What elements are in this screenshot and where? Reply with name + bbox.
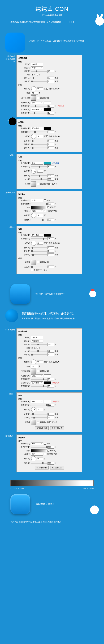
angle-input[interactable]: 90: [37, 87, 43, 90]
op-input[interactable]: 50: [48, 165, 54, 168]
angle-dial[interactable]: [31, 456, 36, 461]
method-select[interactable]: 平滑: [31, 66, 43, 69]
op-input[interactable]: 75: [48, 237, 54, 240]
angle-dial[interactable]: [31, 241, 36, 246]
color-swatch[interactable]: [44, 234, 51, 237]
angle-dial[interactable]: [31, 169, 36, 174]
choke-input[interactable]: 0: [48, 143, 54, 146]
depth-slider[interactable]: [31, 71, 47, 72]
sh-color-swatch[interactable]: [44, 108, 51, 111]
sh-op-input[interactable]: 75: [48, 385, 54, 388]
dist-slider[interactable]: [31, 248, 47, 248]
size-input[interactable]: 6: [48, 146, 54, 149]
angle-input[interactable]: 90: [37, 214, 43, 217]
mode-select[interactable]: 正片叠底: [31, 127, 43, 130]
hl-op-input[interactable]: 23: [48, 105, 54, 108]
size-slider[interactable]: [31, 417, 47, 418]
op-slider[interactable]: [31, 405, 47, 406]
sh-swatch[interactable]: [44, 382, 51, 384]
dist-input[interactable]: 114: [48, 174, 54, 177]
reverse-check[interactable]: [48, 206, 50, 208]
hl-mode-select[interactable]: 滤色: [31, 101, 43, 104]
dir-down-radio[interactable]: [36, 74, 38, 76]
hl-color-swatch[interactable]: [44, 101, 51, 104]
contour-picker[interactable]: [31, 260, 36, 265]
soft-input[interactable]: 0: [48, 80, 54, 83]
gloss-contour[interactable]: [31, 95, 36, 100]
antialiased-check[interactable]: [37, 97, 39, 99]
altitude-input[interactable]: 30: [31, 365, 38, 368]
angle-input[interactable]: 90: [37, 360, 43, 363]
dist-slider[interactable]: [31, 140, 47, 141]
gloss-contour[interactable]: [31, 368, 36, 374]
set-default-btn[interactable]: 设置为默认值: [35, 466, 49, 470]
mode-select[interactable]: 叠加: [31, 442, 43, 445]
reverse-check[interactable]: [48, 450, 50, 452]
angle-dial[interactable]: [31, 134, 36, 139]
dist-input[interactable]: 5: [48, 140, 54, 142]
dist-slider[interactable]: [31, 414, 47, 414]
angle-input[interactable]: 0: [37, 170, 43, 172]
mode-select[interactable]: 叠加: [31, 400, 43, 403]
dist-input[interactable]: 3: [48, 246, 54, 249]
hl-mode-select[interactable]: 滤色: [31, 374, 43, 377]
style-select[interactable]: 内斜面: [31, 63, 43, 66]
gradient-picker[interactable]: [31, 449, 47, 452]
gradient-picker[interactable]: [31, 206, 47, 209]
global-check[interactable]: [47, 242, 48, 244]
op-slider[interactable]: [31, 238, 47, 239]
depth-slider[interactable]: [31, 344, 47, 345]
angle-input[interactable]: 90: [37, 242, 43, 245]
anti-check[interactable]: [37, 261, 39, 263]
contour-picker[interactable]: [31, 420, 36, 425]
anti-check[interactable]: [37, 183, 39, 185]
scale-slider[interactable]: [31, 220, 47, 220]
op-slider[interactable]: [31, 447, 47, 448]
depth-input[interactable]: 60: [48, 70, 54, 73]
dither-check[interactable]: [44, 443, 46, 444]
dir-up-radio[interactable]: [31, 347, 33, 349]
scale-slider[interactable]: [31, 463, 47, 464]
op-input[interactable]: 100: [48, 404, 54, 406]
global-light-check[interactable]: [47, 88, 48, 90]
color-swatch[interactable]: [44, 162, 51, 164]
sh-mode-select[interactable]: 正片叠底: [31, 382, 43, 384]
op-input[interactable]: 20: [48, 130, 54, 133]
dist-slider[interactable]: [31, 176, 47, 176]
scale-input[interactable]: 100: [48, 462, 54, 464]
size-input[interactable]: 152: [48, 178, 54, 180]
sh-op-slider[interactable]: [31, 386, 47, 387]
choke-slider[interactable]: [31, 144, 47, 145]
size-input[interactable]: 7: [48, 253, 54, 256]
size-slider[interactable]: [31, 351, 47, 352]
angle-dial[interactable]: [31, 360, 36, 364]
sh-mode-select[interactable]: 正片叠底: [31, 108, 43, 111]
align-check[interactable]: [44, 210, 46, 212]
dist-input[interactable]: 8: [48, 413, 54, 416]
dir-up-radio[interactable]: [31, 74, 33, 76]
noise-input[interactable]: 0: [48, 266, 54, 268]
noise-slider[interactable]: [31, 266, 47, 267]
align-check[interactable]: [44, 453, 46, 455]
spread-input[interactable]: 0: [48, 250, 54, 253]
soft-input[interactable]: 0: [48, 353, 54, 356]
size-input[interactable]: 76: [48, 350, 54, 352]
style-select[interactable]: 线性: [31, 453, 43, 456]
style-select[interactable]: 线性: [31, 210, 43, 212]
color-swatch[interactable]: [44, 400, 51, 403]
contour-picker[interactable]: [31, 181, 36, 186]
invert-check[interactable]: [50, 183, 51, 185]
dither-check[interactable]: [44, 200, 46, 201]
anti-check[interactable]: [37, 421, 39, 423]
mode-select[interactable]: 正片叠底: [31, 234, 43, 237]
color-swatch[interactable]: [44, 127, 51, 130]
hl-op-input[interactable]: 75: [48, 378, 54, 381]
anti-check[interactable]: [37, 370, 39, 372]
style-select[interactable]: 内斜面: [31, 336, 43, 339]
angle-input[interactable]: 90: [37, 457, 43, 460]
depth-input[interactable]: 170: [48, 343, 54, 346]
size-input[interactable]: 14: [48, 416, 54, 419]
op-slider[interactable]: [31, 204, 47, 204]
sh-op-slider[interactable]: [31, 113, 47, 114]
soft-slider[interactable]: [31, 354, 47, 355]
